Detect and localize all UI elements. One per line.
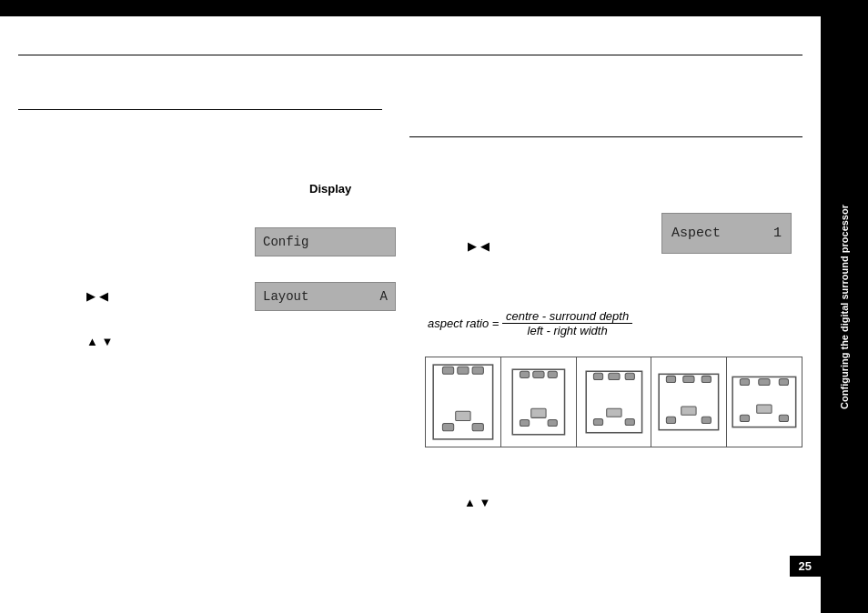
sidebar: Configuring the digital surround process… — [821, 0, 868, 613]
top-line — [18, 55, 802, 55]
room-diagrams — [425, 357, 802, 447]
room-svg-4 — [651, 357, 726, 447]
aspect-lr-arrows: ▶ ◀ — [468, 239, 490, 253]
config-display: Config — [255, 227, 396, 256]
room-diagram-2 — [501, 357, 577, 447]
formula-fraction: centre - surround depth left - right wid… — [502, 309, 632, 337]
svg-rect-24 — [683, 376, 694, 382]
room-svg-2 — [501, 357, 576, 447]
svg-rect-9 — [548, 371, 557, 377]
svg-rect-31 — [759, 378, 770, 385]
formula-denominator: left - right width — [502, 324, 632, 337]
svg-rect-11 — [520, 419, 529, 426]
left-section-line — [18, 109, 382, 110]
svg-rect-2 — [472, 367, 483, 374]
aspect-display: Aspect 1 — [661, 213, 792, 254]
page-number: 25 — [790, 556, 821, 577]
room-svg-5 — [727, 357, 802, 447]
formula-label: aspect ratio = — [428, 317, 499, 330]
room-diagram-1 — [426, 357, 501, 447]
svg-rect-20 — [606, 408, 621, 417]
svg-rect-34 — [757, 405, 772, 413]
layout-ud-arrows: ▲ ▼ — [86, 335, 113, 348]
svg-rect-3 — [458, 367, 469, 374]
svg-rect-16 — [625, 373, 634, 379]
svg-rect-17 — [608, 373, 619, 379]
svg-rect-13 — [531, 408, 546, 417]
right-section-line — [409, 136, 802, 137]
display-label: Display — [309, 182, 351, 196]
room-diagram-5 — [727, 357, 802, 447]
diagram-bottom-arrows: ▲ ▼ — [464, 496, 490, 509]
svg-rect-33 — [779, 415, 788, 421]
room-diagram-4 — [651, 357, 727, 447]
svg-rect-19 — [625, 418, 634, 425]
svg-rect-23 — [702, 376, 712, 382]
room-svg-1 — [426, 357, 500, 447]
svg-rect-12 — [548, 419, 557, 426]
svg-rect-10 — [533, 371, 544, 377]
config-display-text: Config — [263, 235, 308, 249]
svg-rect-27 — [681, 407, 696, 415]
svg-rect-22 — [667, 376, 676, 382]
formula-numerator: centre - surround depth — [502, 309, 632, 324]
svg-rect-8 — [520, 371, 529, 377]
layout-lr-arrows: ▶ ◀ — [86, 289, 108, 303]
layout-display: Layout A — [255, 282, 396, 311]
aspect-display-label: Aspect — [671, 226, 721, 241]
svg-rect-26 — [702, 417, 712, 423]
room-diagram-3 — [577, 357, 652, 447]
formula: aspect ratio = centre - surround depth l… — [428, 309, 632, 337]
svg-rect-25 — [667, 417, 676, 423]
svg-rect-4 — [442, 424, 453, 431]
svg-rect-29 — [741, 378, 750, 385]
svg-rect-15 — [593, 373, 602, 379]
svg-rect-1 — [442, 367, 453, 374]
svg-rect-5 — [472, 424, 483, 431]
aspect-display-value: 1 — [773, 226, 782, 241]
layout-display-value: A — [380, 289, 388, 304]
svg-rect-6 — [456, 411, 470, 420]
svg-rect-18 — [593, 418, 602, 425]
layout-display-label: Layout — [263, 289, 308, 304]
svg-rect-30 — [779, 378, 788, 385]
svg-rect-32 — [741, 415, 750, 421]
sidebar-text: Configuring the digital surround process… — [838, 205, 851, 409]
room-svg-3 — [577, 357, 651, 447]
top-bar — [0, 0, 821, 16]
